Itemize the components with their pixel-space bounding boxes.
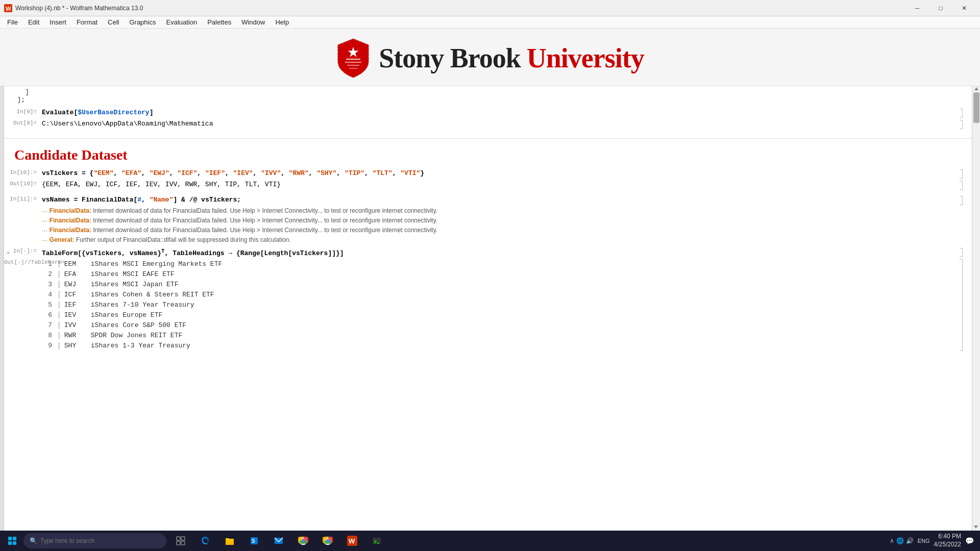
network-icon[interactable]: 🌐 [896,537,904,544]
scroll-down-arrow[interactable] [974,525,978,529]
row-sep-4: │ [54,290,64,300]
menu-evaluation[interactable]: Evaluation [161,17,202,27]
row-num-9: 9 [40,341,54,351]
error-dots-3: ··· [42,227,47,234]
show-hidden-icons[interactable]: ∧ [890,537,894,544]
row-num-8: 8 [40,331,54,341]
in9-bracket [960,108,972,119]
scroll-up-arrow[interactable] [974,87,978,90]
task-view-button[interactable] [169,531,192,551]
svg-rect-26 [373,538,381,544]
menu-cell[interactable]: Cell [103,17,124,27]
row-name-8: SPDR Dow Jones REIT ETF [87,331,182,341]
menu-palettes[interactable]: Palettes [202,17,236,27]
row-ticker-9: SHY [64,341,87,351]
mail-icon [274,536,284,546]
menu-graphics[interactable]: Graphics [124,17,161,27]
in9-content[interactable]: Evaluate[$UserBaseDirectory] [40,108,960,119]
row-num-3: 3 [40,280,54,290]
spacer1 [4,130,972,138]
top-code-line1: ] [9,88,967,96]
search-icon: 🔍 [30,537,37,544]
table-row: 5 │ IEF iShares 7-10 Year Treasury [40,300,960,310]
row-name-9: iShares 1-3 Year Treasury [87,341,190,351]
file-explorer-button[interactable] [218,531,241,551]
row-ticker-3: EWJ [64,280,87,290]
out9-content: C:\Users\Lenovo\AppData\Roaming\Mathemat… [40,119,960,130]
language-indicator: ENG [918,538,930,544]
edge-browser-button[interactable] [194,531,216,551]
right-scrollbar[interactable] [972,86,980,551]
terminal-button[interactable] [365,531,388,551]
taskbar-center-icons: S [169,531,388,551]
windows-logo-icon [8,536,17,545]
table-row: 7 │ IVV iShares Core S&P 500 ETF [40,320,960,331]
stony-brook-text: Stony Brook [379,42,521,74]
error-label-financial-2: FinancialData: [50,217,91,224]
in11-content[interactable]: vsNames = FinancialData[#, "Name"] & /@ … [40,195,960,206]
table-output-area: 1 │ EEM iShares MSCI Emerging Markets ET… [40,258,960,352]
store-icon: S [249,536,259,546]
in9-label: In[9]= [4,108,40,119]
notebook-wrapper: ] ]; In[9]= Evaluate[$UserBaseDirectory]… [0,86,980,551]
error-dots-2: ··· [42,217,47,224]
chrome-button-2[interactable] [316,531,339,551]
maximize-button[interactable]: □ [929,0,952,16]
out-table-bracket [960,258,972,352]
table-row: 2 │ EFA iShares MSCI EAFE ETF [40,269,960,280]
plus-icon[interactable]: + [7,249,10,256]
svg-rect-9 [8,541,12,545]
taskbar-search-bar[interactable]: 🔍 [23,533,166,548]
error-label-financial-3: FinancialData: [50,227,91,234]
in-table-content[interactable]: TableForm[{vsTickers, vsNames}T, TableHe… [40,247,960,258]
left-accent-bar [0,86,4,551]
notebook-inner: ] ]; In[9]= Evaluate[$UserBaseDirectory]… [4,86,972,551]
menu-window[interactable]: Window [236,17,270,27]
in-table-label: In[·]:= [12,247,40,258]
mathematica-taskbar-button[interactable]: W [341,531,363,551]
menu-format[interactable]: Format [71,17,103,27]
notification-icon[interactable]: 💬 [965,537,974,545]
store-button[interactable]: S [243,531,265,551]
row-num-2: 2 [40,269,54,280]
in10-bracket [960,168,972,180]
error-dots-1: ··· [42,207,47,215]
title-bar-left: W Workshop (4).nb * - Wolfram Mathematic… [4,4,143,12]
menu-edit[interactable]: Edit [23,17,44,27]
edge-icon [200,536,210,546]
error-msg-1: ··· FinancialData: Internet download of … [40,206,972,216]
minimize-button[interactable]: ─ [905,0,929,16]
taskbar-right: ∧ 🌐 🔊 ENG 6:40 PM 4/25/2022 💬 [890,533,978,548]
taskbar-clock[interactable]: 6:40 PM 4/25/2022 [934,533,961,548]
cell-out10: Out[10]= {EEM, EFA, EWJ, ICF, IEF, IEV, … [4,180,972,191]
cell-out9: Out[9]= C:\Users\Lenovo\AppData\Roaming\… [4,119,972,130]
row-name-6: iShares Europe ETF [87,310,162,320]
app-icon: W [4,4,12,12]
out-table-label: Out[·]//TableForm= [4,258,40,265]
content-scroll[interactable]: ] ]; In[9]= Evaluate[$UserBaseDirectory]… [0,86,980,551]
mail-button[interactable] [267,531,290,551]
chrome-icon-1 [298,536,308,546]
row-sep-8: │ [54,331,64,341]
out9-bracket [960,119,972,130]
window-title: Workshop (4).nb * - Wolfram Mathematica … [15,5,143,12]
menu-insert[interactable]: Insert [44,17,71,27]
row-name-1: iShares MSCI Emerging Markets ETF [87,259,222,269]
table-row: 3 │ EWJ iShares MSCI Japan ETF [40,280,960,290]
chrome-button-1[interactable] [292,531,314,551]
menu-file[interactable]: File [2,17,23,27]
search-input[interactable] [40,537,142,544]
svg-rect-13 [177,541,180,545]
row-num-4: 4 [40,290,54,300]
title-bar: W Workshop (4).nb * - Wolfram Mathematic… [0,0,980,16]
scroll-thumb[interactable] [973,92,979,123]
in10-content[interactable]: vsTickers = {"EEM", "EFA", "EWJ", "ICF",… [40,168,960,180]
start-button[interactable] [2,531,22,551]
menu-help[interactable]: Help [270,17,294,27]
volume-icon[interactable]: 🔊 [906,537,914,544]
cell-in-table: + In[·]:= TableForm[{vsTickers, vsNames}… [4,247,972,258]
table-row: 4 │ ICF iShares Cohen & Steers REIT ETF [40,290,960,300]
title-bar-controls: ─ □ ✕ [905,0,976,16]
close-button[interactable]: ✕ [952,0,976,16]
row-sep-9: │ [54,341,64,351]
